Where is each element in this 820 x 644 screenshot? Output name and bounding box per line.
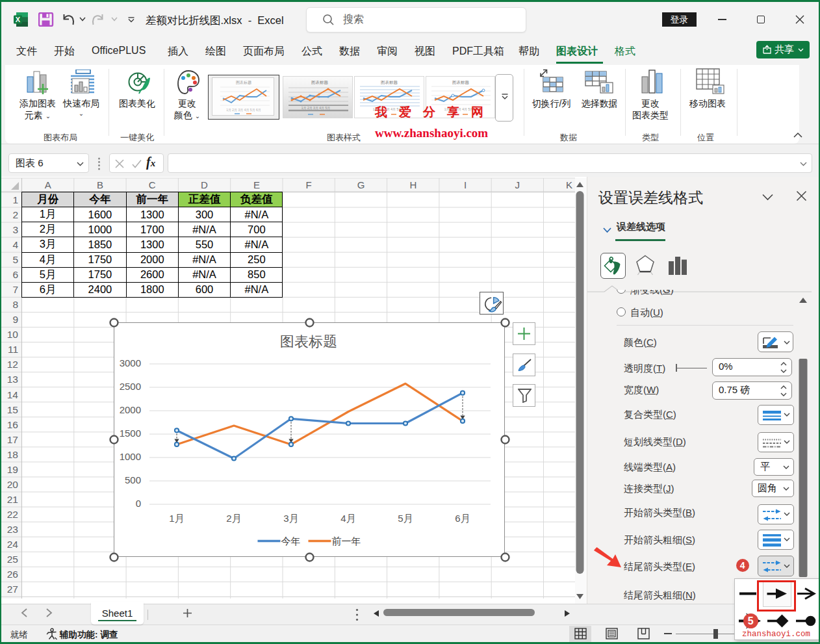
svg-text:14: 14 bbox=[7, 389, 19, 400]
svg-text:X: X bbox=[16, 16, 21, 23]
svg-text:图表标题: 图表标题 bbox=[311, 80, 329, 85]
svg-text:4: 4 bbox=[12, 239, 18, 250]
svg-text:图表标题: 图表标题 bbox=[236, 80, 251, 85]
svg-text:3: 3 bbox=[12, 224, 18, 235]
svg-text:21: 21 bbox=[7, 494, 18, 505]
svg-text:图表标题: 图表标题 bbox=[452, 80, 470, 85]
svg-text:5月: 5月 bbox=[398, 513, 413, 524]
svg-text:F: F bbox=[306, 179, 312, 190]
svg-text:1500: 1500 bbox=[120, 428, 141, 439]
svg-text:15: 15 bbox=[7, 404, 18, 415]
svg-text:图表标题: 图表标题 bbox=[280, 333, 337, 350]
svg-text:1月 2月 3月 4月 5月: 1月 2月 3月 4月 5月 bbox=[301, 106, 330, 110]
svg-text:H: H bbox=[409, 179, 416, 190]
svg-text:3000: 3000 bbox=[120, 357, 141, 368]
svg-text:I: I bbox=[464, 179, 467, 190]
svg-text:今年: 今年 bbox=[281, 535, 301, 547]
svg-text:10: 10 bbox=[7, 329, 19, 340]
svg-text:前一年: 前一年 bbox=[332, 535, 361, 547]
svg-text:6: 6 bbox=[12, 269, 18, 280]
svg-text:2: 2 bbox=[12, 209, 18, 220]
svg-text:A: A bbox=[45, 179, 51, 190]
svg-text:9: 9 bbox=[12, 314, 18, 325]
svg-text:6月: 6月 bbox=[455, 513, 470, 524]
svg-text:17: 17 bbox=[7, 434, 18, 445]
svg-text:500: 500 bbox=[125, 474, 141, 485]
svg-text:3月: 3月 bbox=[283, 513, 298, 524]
svg-text:1月 2月 3月 4月 5月 6月: 1月 2月 3月 4月 5月 6月 bbox=[226, 108, 261, 112]
svg-text:J: J bbox=[515, 179, 520, 190]
svg-text:12: 12 bbox=[7, 359, 18, 370]
svg-text:25: 25 bbox=[7, 554, 18, 565]
svg-text:20: 20 bbox=[7, 479, 19, 490]
svg-text:16: 16 bbox=[7, 419, 18, 430]
svg-text:2000: 2000 bbox=[120, 404, 141, 415]
svg-text:1000: 1000 bbox=[120, 451, 141, 462]
svg-text:E: E bbox=[253, 179, 260, 190]
svg-text:0: 0 bbox=[136, 498, 141, 509]
svg-text:G: G bbox=[357, 179, 365, 190]
svg-text:23: 23 bbox=[7, 524, 18, 535]
svg-text:7: 7 bbox=[12, 284, 18, 295]
svg-text:27: 27 bbox=[7, 584, 18, 595]
svg-text:22: 22 bbox=[7, 509, 18, 520]
svg-text:11: 11 bbox=[8, 344, 18, 355]
svg-text:2500: 2500 bbox=[120, 381, 141, 392]
svg-text:26: 26 bbox=[7, 569, 18, 580]
svg-text:8: 8 bbox=[12, 299, 18, 310]
svg-text:1月: 1月 bbox=[169, 513, 184, 524]
svg-text:K: K bbox=[566, 179, 572, 190]
svg-text:19: 19 bbox=[7, 464, 18, 475]
svg-text:图表标题: 图表标题 bbox=[381, 80, 398, 85]
svg-text:18: 18 bbox=[7, 449, 18, 460]
svg-text:24: 24 bbox=[7, 539, 19, 550]
svg-text:13: 13 bbox=[7, 374, 18, 385]
svg-text:4月: 4月 bbox=[340, 513, 355, 524]
svg-text:C: C bbox=[149, 179, 156, 190]
svg-text:D: D bbox=[201, 179, 208, 190]
svg-text:1: 1 bbox=[12, 194, 18, 205]
svg-text:5: 5 bbox=[12, 254, 18, 265]
svg-text:2月: 2月 bbox=[226, 513, 241, 524]
svg-text:B: B bbox=[97, 179, 103, 190]
